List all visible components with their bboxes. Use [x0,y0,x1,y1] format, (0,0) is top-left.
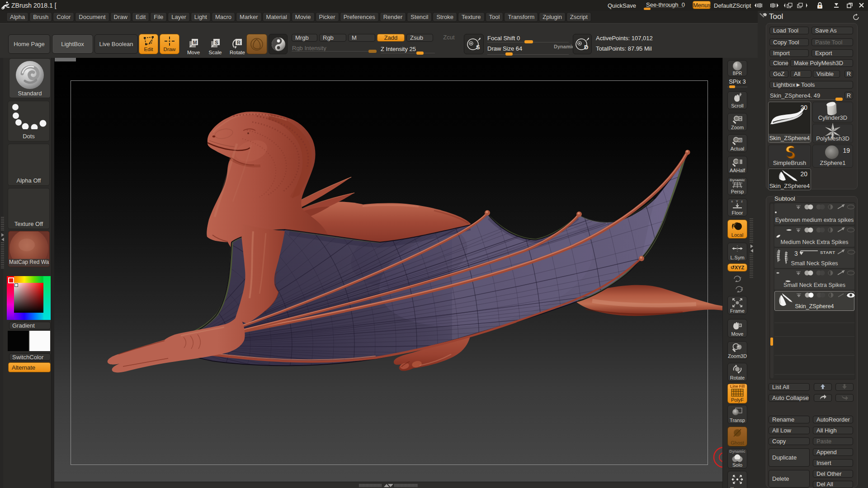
svg-text:START: START [820,250,835,255]
svg-text:S: S [215,40,218,45]
svg-text:Y: Y [739,276,741,281]
svg-text:D: D [584,44,588,51]
svg-text:M: M [193,40,197,45]
svg-text:R: R [237,40,241,45]
svg-text:Z: Z [741,286,743,291]
svg-text:x1: x1 [738,139,742,142]
svg-text:S: S [476,44,480,51]
